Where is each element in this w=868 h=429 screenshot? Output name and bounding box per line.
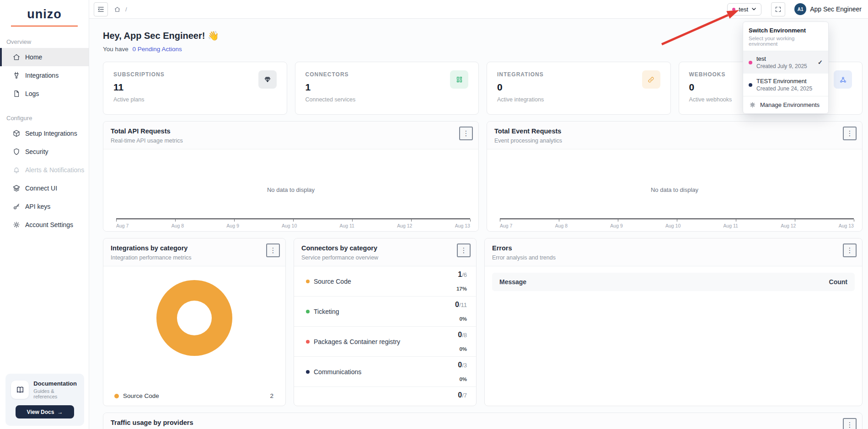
sidebar-item-label: Alerts & Notifications	[25, 166, 84, 174]
card-title: Errors	[492, 244, 855, 252]
stat-card-subscriptions: SUBSCRIPTIONS 11 Active plans	[103, 62, 287, 115]
chevron-down-icon	[751, 7, 756, 11]
shield-icon	[12, 148, 21, 156]
legend-item: Source Code 2	[114, 392, 273, 399]
chart-area: No data to display Aug 7 Aug 8 Aug 9 Aug…	[487, 149, 862, 231]
x-tick: Aug 10	[665, 223, 680, 228]
fullscreen-button[interactable]	[771, 2, 785, 16]
pending-prefix: You have	[103, 46, 129, 53]
sidebar-item-connect-ui[interactable]: Connect UI	[0, 179, 89, 197]
x-tick: Aug 9	[610, 223, 622, 228]
card-subtitle: Error analysis and trends	[492, 254, 855, 261]
dropdown-header: Switch Environment Select your working e…	[743, 22, 828, 51]
pending-actions-link[interactable]: 0 Pending Actions	[133, 46, 182, 53]
errors-card: Errors Error analysis and trends Message…	[484, 238, 863, 406]
kebab-menu-icon[interactable]	[843, 244, 857, 257]
empty-chart-message: No data to display	[103, 186, 478, 193]
logo: unizo	[0, 0, 89, 26]
sidebar-collapse-button[interactable]	[94, 2, 108, 16]
breadcrumb-home-icon[interactable]	[114, 6, 121, 13]
x-tick: Aug 7	[500, 223, 512, 228]
list-item: Ticketing 0/11 0%	[294, 297, 476, 327]
stat-value: 11	[113, 82, 277, 93]
kebab-menu-icon[interactable]	[843, 127, 857, 140]
card-subtitle: Integration performance metrics	[111, 254, 278, 261]
document-icon	[12, 90, 21, 98]
sidebar-section-overview: Overview	[0, 38, 89, 45]
env-option-created: Created June 24, 2025	[756, 85, 812, 92]
sidebar-item-label: Security	[25, 148, 48, 155]
card-title: Traffic usage by providers	[111, 419, 855, 426]
category-dot-icon	[306, 370, 310, 374]
kebab-menu-icon[interactable]	[266, 244, 280, 257]
stat-sublabel: Active integrations	[497, 96, 660, 103]
env-option-name: TEST Environment	[756, 78, 812, 85]
category-count: 0	[458, 391, 462, 399]
sidebar: unizo Overview Home Integrations Logs Co…	[0, 0, 89, 429]
category-name: Communications	[314, 368, 361, 376]
category-count: 0	[458, 331, 462, 339]
environment-option-test[interactable]: test Created July 9, 2025 ✓	[743, 51, 828, 74]
sidebar-item-api-keys[interactable]: API keys	[0, 197, 89, 216]
switch-environment-dropdown: Switch Environment Select your working e…	[743, 21, 829, 114]
x-tick: Aug 11	[723, 223, 738, 228]
kebab-menu-icon[interactable]	[457, 244, 471, 257]
donut-chart	[156, 280, 232, 356]
sidebar-item-logs[interactable]: Logs	[0, 85, 89, 103]
chart-area: No data to display Aug 7 Aug 8 Aug 9 Aug…	[103, 149, 478, 231]
category-percent: 0%	[459, 316, 467, 322]
category-total: /3	[462, 362, 467, 369]
card-header: Total API Requests Real-time API usage m…	[103, 122, 478, 149]
traffic-usage-card: Traffic usage by providers Traffic provi…	[103, 413, 863, 429]
connectors-list: Source Code 1/6 17% Ticketing 0/11 0% Pa…	[294, 266, 476, 406]
env-dot-icon	[749, 83, 752, 87]
environment-option-test-environment[interactable]: TEST Environment Created June 24, 2025	[743, 74, 828, 96]
list-item: Packages & Container registry 0/8 0%	[294, 327, 476, 357]
breadcrumb-separator: /	[125, 6, 127, 13]
card-title: Total API Requests	[111, 127, 471, 135]
x-tick: Aug 12	[397, 223, 412, 228]
category-count: 0	[458, 361, 462, 369]
sidebar-item-label: Home	[25, 53, 42, 61]
category-total: /7	[462, 392, 467, 399]
gear-icon	[749, 101, 756, 108]
view-docs-button[interactable]: View Docs →	[16, 405, 74, 418]
stat-label: SUBSCRIPTIONS	[113, 71, 277, 78]
user-menu[interactable]: A1 App Sec Engineer	[794, 3, 862, 15]
x-tick: Aug 13	[455, 223, 470, 228]
link-icon	[642, 70, 660, 89]
x-axis	[116, 218, 470, 219]
gem-icon	[258, 70, 277, 89]
documentation-card: Documentation Guides & references View D…	[5, 374, 84, 426]
column-header-message: Message	[499, 278, 526, 286]
stat-value: 1	[305, 82, 469, 93]
manage-environments-item[interactable]: Manage Environments	[743, 96, 828, 113]
stat-sublabel: Connected services	[305, 96, 469, 103]
sidebar-item-security[interactable]: Security	[0, 143, 89, 161]
gear-icon	[12, 221, 21, 229]
sidebar-item-alerts-notifications[interactable]: Alerts & Notifications	[0, 161, 89, 179]
kebab-menu-icon[interactable]	[459, 127, 473, 140]
sidebar-item-label: Setup Integrations	[25, 130, 77, 137]
stat-label: INTEGRATIONS	[497, 71, 660, 78]
package-icon	[12, 129, 21, 138]
total-api-requests-card: Total API Requests Real-time API usage m…	[103, 121, 479, 232]
sidebar-item-home[interactable]: Home	[0, 48, 89, 66]
x-axis-labels: Aug 7 Aug 8 Aug 9 Aug 10 Aug 11 Aug 12 A…	[500, 223, 854, 228]
environment-selector-button[interactable]: test	[727, 3, 761, 16]
topbar: / test A1 App Sec Engineer	[89, 0, 868, 19]
sidebar-item-integrations[interactable]: Integrations	[0, 66, 89, 85]
legend-value: 2	[270, 392, 273, 399]
env-dot-icon	[749, 61, 752, 64]
table-header-row: Message Count	[492, 273, 855, 291]
kebab-menu-icon[interactable]	[843, 418, 857, 429]
x-tick: Aug 8	[555, 223, 568, 228]
category-count: 1	[458, 270, 462, 278]
card-title: Total Event Requests	[494, 127, 855, 135]
sidebar-item-account-settings[interactable]: Account Settings	[0, 216, 89, 234]
middle-row: Integrations by category Integration per…	[103, 238, 863, 406]
sidebar-item-setup-integrations[interactable]: Setup Integrations	[0, 124, 89, 143]
bell-icon	[12, 166, 21, 174]
docs-subtitle: Guides & references	[33, 388, 79, 399]
layers-icon	[12, 184, 21, 192]
